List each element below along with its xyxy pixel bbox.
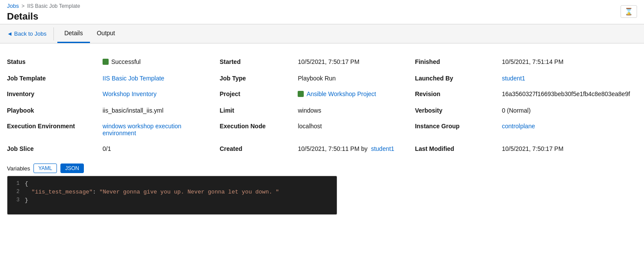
- variables-label-text: Variables: [7, 165, 30, 172]
- breadcrumb: Jobs > IIS Basic Job Template: [7, 3, 637, 9]
- created-by-link[interactable]: student1: [371, 145, 395, 152]
- code-value-iis: "Never gonna give you up. Never gonna le…: [100, 189, 279, 195]
- launched-by-value: student1: [502, 70, 637, 86]
- breadcrumb-jobs-link[interactable]: Jobs: [7, 3, 19, 9]
- code-key-iis: "iis_test_message": [32, 189, 93, 195]
- history-button[interactable]: ⌛: [621, 5, 637, 18]
- variables-label-row: Variables YAML JSON: [7, 164, 637, 173]
- job-slice-label: Job Slice: [7, 141, 103, 157]
- yaml-toggle-button[interactable]: YAML: [33, 164, 57, 173]
- tabs-nav: Details Output: [57, 24, 122, 43]
- revision-label: Revision: [415, 86, 502, 103]
- finished-label: Finished: [415, 54, 502, 70]
- breadcrumb-current: IIS Basic Job Template: [27, 3, 80, 9]
- job-type-value: Playbook Run: [298, 70, 415, 86]
- last-modified-label: Last Modified: [415, 141, 502, 157]
- started-value: 10/5/2021, 7:50:17 PM: [298, 54, 415, 70]
- execution-node-value: localhost: [298, 118, 415, 141]
- line-num-2: 2: [13, 189, 25, 195]
- created-label: Created: [219, 141, 298, 157]
- status-label: Status: [7, 54, 103, 70]
- project-label: Project: [219, 86, 298, 103]
- code-line-3: 3 }: [7, 196, 337, 204]
- created-value: 10/5/2021, 7:50:11 PM by student1: [298, 141, 415, 157]
- content-area: Status Successful Started 10/5/2021, 7:5…: [0, 43, 644, 225]
- job-template-label: Job Template: [7, 70, 103, 86]
- execution-env-label: Execution Environment: [7, 118, 103, 141]
- project-value: Ansible Workshop Project: [298, 86, 415, 103]
- instance-group-link[interactable]: controlplane: [502, 123, 535, 130]
- variables-code-block: 1 { 2 "iis_test_message": "Never gonna g…: [7, 176, 337, 215]
- status-value: Successful: [103, 54, 219, 70]
- json-toggle-button[interactable]: JSON: [60, 164, 84, 173]
- code-line-2: 2 "iis_test_message": "Never gonna give …: [7, 188, 337, 196]
- job-slice-value: 0/1: [103, 141, 219, 157]
- finished-value: 10/5/2021, 7:51:14 PM: [502, 54, 637, 70]
- created-date: 10/5/2021, 7:50:11 PM by: [298, 145, 367, 152]
- instance-group-label: Instance Group: [415, 118, 502, 141]
- execution-node-label: Execution Node: [219, 118, 298, 141]
- status-text: Successful: [111, 58, 141, 65]
- last-modified-value: 10/5/2021, 7:50:17 PM: [502, 141, 637, 157]
- inventory-value: Workshop Inventory: [103, 86, 219, 103]
- started-label: Started: [219, 54, 298, 70]
- job-template-link[interactable]: IIS Basic Job Template: [103, 75, 164, 82]
- playbook-label: Playbook: [7, 103, 103, 118]
- tab-output[interactable]: Output: [90, 24, 122, 43]
- line-content-1: {: [25, 180, 28, 187]
- execution-env-link[interactable]: windows workshop execution environment: [103, 123, 181, 137]
- details-grid: Status Successful Started 10/5/2021, 7:5…: [7, 54, 637, 157]
- tab-bar: ◄ Back to Jobs Details Output: [0, 24, 644, 43]
- project-status-icon: [298, 91, 304, 97]
- verbosity-label: Verbosity: [415, 103, 502, 118]
- line-num-3: 3: [13, 197, 25, 203]
- limit-value: windows: [298, 103, 415, 118]
- line-content-2: "iis_test_message": "Never gonna give yo…: [25, 189, 279, 195]
- tab-divider: [53, 27, 54, 40]
- job-type-label: Job Type: [219, 70, 298, 86]
- execution-env-value: windows workshop execution environment: [103, 118, 219, 141]
- code-colon: :: [93, 189, 100, 195]
- line-content-3: }: [25, 197, 28, 204]
- instance-group-value: controlplane: [502, 118, 637, 141]
- code-line-1: 1 {: [7, 180, 337, 188]
- variables-section: Variables YAML JSON 1 { 2 "iis_test_mess…: [7, 164, 637, 215]
- line-num-1: 1: [13, 180, 25, 187]
- playbook-value: iis_basic/install_iis.yml: [103, 103, 219, 118]
- limit-label: Limit: [219, 103, 298, 118]
- history-icon: ⌛: [624, 8, 633, 15]
- breadcrumb-separator: >: [21, 3, 24, 9]
- job-template-value: IIS Basic Job Template: [103, 70, 219, 86]
- launched-by-label: Launched By: [415, 70, 502, 86]
- project-link[interactable]: Ansible Workshop Project: [306, 90, 376, 97]
- tab-details[interactable]: Details: [57, 24, 90, 43]
- inventory-link[interactable]: Workshop Inventory: [103, 90, 156, 97]
- back-to-jobs-button[interactable]: ◄ Back to Jobs: [7, 25, 53, 42]
- page-title: Details: [7, 11, 637, 22]
- status-success-icon: [103, 59, 109, 65]
- verbosity-value: 0 (Normal): [502, 103, 637, 118]
- launched-by-link[interactable]: student1: [502, 75, 525, 82]
- revision-value: 16a3560327f16693beb30f5e1fb4c8e803ea8e9f: [502, 86, 637, 103]
- inventory-label: Inventory: [7, 86, 103, 103]
